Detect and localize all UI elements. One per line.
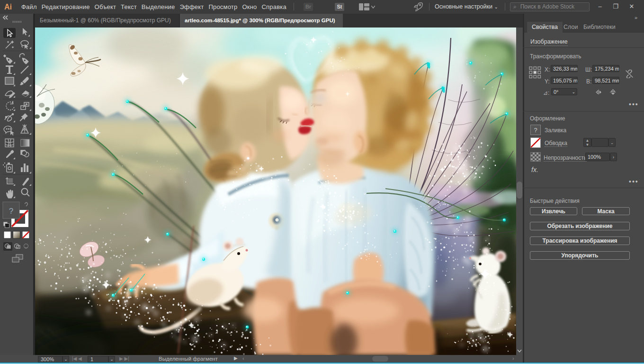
svg-text:?: ? — [9, 207, 13, 216]
